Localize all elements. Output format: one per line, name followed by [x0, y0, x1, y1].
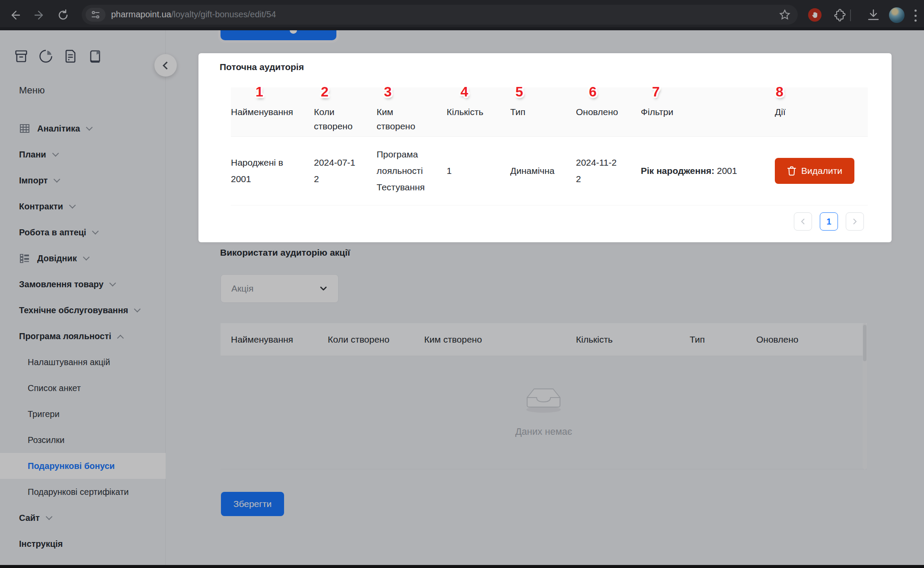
annotation-1: 1	[256, 85, 263, 99]
cell-actions: Видалити	[775, 158, 868, 184]
document-lines-icon[interactable]	[63, 48, 78, 66]
sidebar-item-instruction[interactable]: Інструкція	[0, 531, 166, 557]
promo-select-placeholder: Акція	[231, 283, 319, 294]
audience-table-row: Народжені в 2001 2024-07-12 Програма лоя…	[231, 137, 868, 205]
audience-table-header: 1 Найменування 2 Коли створено 3 Ким ств…	[231, 87, 868, 137]
cell-name: Народжені в 2001	[231, 154, 314, 187]
pagination: 1	[794, 212, 864, 231]
pie-chart-icon[interactable]	[38, 48, 54, 66]
column-header-filters: 7 Фільтри	[641, 87, 775, 136]
browser-toolbar: pharmapoint.ua/loyalty/gift-bonuses/edit…	[0, 0, 924, 30]
promo-col-updated: Оновлено	[756, 334, 867, 345]
chevron-left-icon	[163, 61, 170, 69]
sidebar-item-mailings[interactable]: Розсилки	[0, 427, 166, 453]
sidebar-item-maintenance[interactable]: Технічне обслуговування	[0, 297, 166, 323]
downloads-icon[interactable]	[866, 8, 880, 24]
promo-section-title: Використати аудиторію акції	[220, 247, 350, 258]
promo-col-count: Кількість	[576, 334, 690, 345]
column-header-type: 5 Тип	[510, 87, 576, 136]
bookmark-star-icon[interactable]	[779, 9, 791, 21]
column-header-actions: 8 Дії	[775, 87, 868, 136]
chrome-menu-icon[interactable]	[914, 10, 917, 22]
sidebar-item-product-orders[interactable]: Замовлення товару	[0, 271, 166, 297]
empty-text: Даних немає	[515, 426, 572, 437]
column-header-name: 1 Найменування	[231, 87, 314, 136]
sidebar: Меню Аналітика Плани Імпорт Контракти Ро…	[0, 30, 166, 568]
column-header-created: 2 Коли створено	[314, 87, 377, 136]
extensions-puzzle-icon[interactable]	[832, 8, 846, 24]
screen: pharmapoint.ua/loyalty/gift-bonuses/edit…	[0, 0, 924, 568]
annotation-3: 3	[384, 85, 392, 99]
sidebar-item-import[interactable]: Імпорт	[0, 167, 166, 193]
sidebar-item-gift-bonuses[interactable]: Подарункові бонуси	[0, 453, 166, 479]
site-settings-icon[interactable]	[86, 8, 106, 22]
empty-state: Даних немає	[515, 385, 572, 437]
scrollbar[interactable]	[863, 323, 867, 469]
chevron-left-icon	[799, 218, 806, 225]
promo-select[interactable]: Акція	[221, 274, 339, 303]
back-icon[interactable]	[9, 9, 21, 21]
column-header-updated: 6 Оновлено	[576, 87, 641, 136]
pagination-prev-button[interactable]	[794, 212, 812, 231]
table-grid-icon	[19, 123, 30, 134]
promo-col-name: Найменування	[231, 334, 328, 345]
toolbar-separator	[850, 10, 851, 21]
delete-button[interactable]: Видалити	[775, 158, 854, 184]
pagination-next-button[interactable]	[846, 212, 864, 231]
sidebar-item-contracts[interactable]: Контракти	[0, 193, 166, 219]
annotation-8: 8	[776, 85, 783, 99]
bottom-edge-bar	[0, 565, 924, 568]
annotation-5: 5	[515, 85, 523, 99]
sidebar-item-triggers[interactable]: Тригери	[0, 401, 166, 427]
audience-table: 1 Найменування 2 Коли створено 3 Ким ств…	[231, 87, 868, 205]
forward-icon[interactable]	[34, 9, 46, 21]
cell-created-by: Програма лояльності Тестування	[377, 146, 447, 196]
promo-table-body: Даних немає	[221, 356, 867, 469]
sidebar-quick-icons	[13, 48, 103, 66]
promo-table-header: Найменування Коли створено Ким створено …	[221, 323, 867, 356]
cell-count: 1	[447, 163, 510, 179]
chevron-right-icon	[851, 218, 858, 225]
sidebar-item-site[interactable]: Сайт	[0, 505, 166, 531]
sidebar-item-analytics[interactable]: Аналітика	[0, 116, 166, 141]
url-path: /loyalty/gift-bonuses/edit/54	[171, 10, 276, 19]
sidebar-item-directory[interactable]: Довідник	[0, 245, 166, 271]
reload-icon[interactable]	[57, 9, 69, 21]
filter-label: Рік народження:	[641, 166, 714, 176]
cell-updated: 2024-11-22	[576, 154, 641, 187]
profile-avatar[interactable]	[889, 7, 905, 23]
annotation-2: 2	[321, 85, 329, 99]
pagination-page-1[interactable]: 1	[820, 212, 838, 231]
sidebar-item-gift-certificates[interactable]: Подарункові сертифікати	[0, 479, 166, 505]
annotation-6: 6	[589, 85, 597, 99]
empty-inbox-icon	[523, 385, 565, 413]
sidebar-item-pharmacy-work[interactable]: Робота в аптеці	[0, 219, 166, 245]
promo-col-created: Коли створено	[328, 334, 424, 345]
current-audience-card: Поточна аудиторія 1 Найменування 2 Коли …	[198, 53, 892, 242]
promo-col-type: Тип	[690, 334, 756, 345]
sidebar-nav: Аналітика Плани Імпорт Контракти Робота …	[0, 116, 166, 557]
card-title: Поточна аудиторія	[220, 62, 304, 72]
sidebar-collapse-button[interactable]	[154, 54, 177, 77]
book-icon[interactable]	[87, 48, 103, 66]
list-rows-icon	[19, 253, 30, 264]
column-header-count: 4 Кількість	[447, 87, 510, 136]
address-bar[interactable]: pharmapoint.ua/loyalty/gift-bonuses/edit…	[82, 5, 798, 25]
sidebar-item-promo-settings[interactable]: Налаштування акцій	[0, 349, 166, 375]
promo-table: Найменування Коли створено Ким створено …	[221, 323, 867, 469]
annotation-7: 7	[652, 85, 660, 99]
filter-value: 2001	[714, 166, 737, 176]
chevron-down-icon	[319, 284, 328, 293]
sidebar-item-loyalty-program[interactable]: Програма лояльності	[0, 323, 166, 349]
sidebar-item-plans[interactable]: Плани	[0, 141, 166, 167]
save-button[interactable]: Зберегти	[221, 492, 284, 516]
archive-box-icon[interactable]	[13, 48, 29, 66]
sidebar-title: Меню	[19, 85, 45, 96]
adblock-extension-icon[interactable]	[808, 8, 822, 22]
url-host: pharmapoint.ua	[111, 10, 171, 19]
sidebar-item-questionnaires[interactable]: Список анкет	[0, 375, 166, 401]
top-partial-button[interactable]	[221, 30, 336, 40]
annotation-4: 4	[460, 85, 468, 99]
cell-filters: Рік народження: 2001	[641, 163, 775, 179]
trash-icon	[787, 166, 796, 176]
